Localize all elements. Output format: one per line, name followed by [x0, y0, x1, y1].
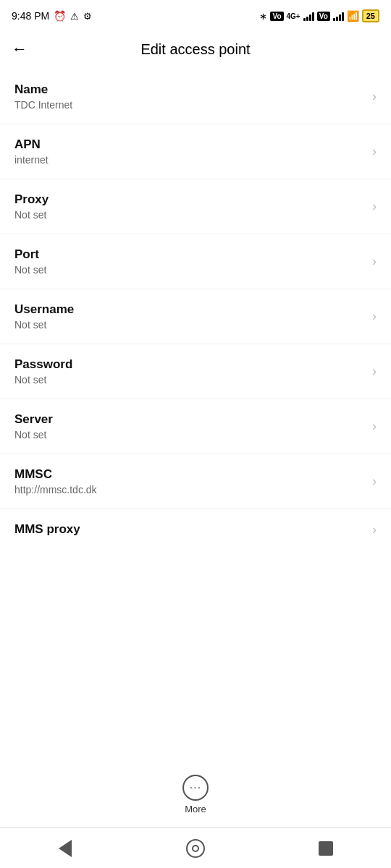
password-label: Password — [14, 357, 72, 372]
warning-icon: ⚠ — [70, 11, 79, 22]
server-value: Not set — [14, 429, 53, 441]
more-label: More — [185, 804, 206, 814]
settings-list: Name TDC Internet › APN internet › Proxy… — [0, 69, 391, 767]
apn-field-text: APN internet — [14, 137, 49, 166]
mmsc-label: MMSC — [14, 467, 97, 482]
signal-bars-2 — [333, 11, 344, 21]
nav-back-icon — [59, 840, 72, 857]
settings-item-username[interactable]: Username Not set › — [0, 289, 391, 344]
chevron-icon-username: › — [372, 309, 377, 324]
server-field-text: Server Not set — [14, 412, 53, 441]
apn-label: APN — [14, 137, 49, 152]
chevron-icon-mms-proxy: › — [372, 522, 377, 537]
signal-bars-1 — [303, 11, 314, 21]
alarm-icon: ⏰ — [54, 10, 66, 22]
top-bar: ← Edit access point — [0, 29, 391, 69]
back-button[interactable]: ← — [12, 40, 28, 59]
settings-item-password[interactable]: Password Not set › — [0, 344, 391, 399]
4g-lte-badge: 4G+ — [287, 12, 300, 20]
password-value: Not set — [14, 374, 72, 386]
settings-item-mms-proxy-partial[interactable]: MMS proxy › — [0, 509, 391, 542]
mms-proxy-field-text: MMS proxy — [14, 522, 80, 537]
vo-lte-badge: Vo — [270, 12, 283, 21]
port-field-text: Port Not set — [14, 247, 46, 276]
settings-icon: ⚙ — [83, 11, 92, 22]
apn-value: internet — [14, 154, 49, 166]
nav-back-button[interactable] — [43, 834, 87, 863]
nav-home-icon — [186, 839, 205, 858]
chevron-icon-mmsc: › — [372, 474, 377, 489]
time-display: 9:48 PM — [12, 10, 49, 22]
more-dots-icon: ··· — [182, 775, 209, 801]
nav-home-button[interactable] — [174, 834, 217, 863]
status-bar: 9:48 PM ⏰ ⚠ ⚙ ∗ Vo 4G+ Vo 📶 25 — [0, 0, 391, 29]
settings-item-apn[interactable]: APN internet › — [0, 124, 391, 179]
nav-recents-button[interactable] — [304, 834, 348, 863]
mmsc-value: http://mmsc.tdc.dk — [14, 484, 97, 495]
proxy-label: Proxy — [14, 192, 49, 207]
password-field-text: Password Not set — [14, 357, 72, 386]
username-value: Not set — [14, 319, 74, 331]
chevron-icon-apn: › — [372, 144, 377, 159]
name-field-text: Name TDC Internet — [14, 82, 72, 111]
proxy-value: Not set — [14, 209, 49, 221]
settings-item-name[interactable]: Name TDC Internet › — [0, 69, 391, 124]
proxy-field-text: Proxy Not set — [14, 192, 49, 221]
mms-proxy-label: MMS proxy — [14, 522, 80, 537]
name-label: Name — [14, 82, 72, 97]
chevron-icon-proxy: › — [372, 199, 377, 214]
server-label: Server — [14, 412, 53, 427]
bottom-area: ··· More — [0, 767, 391, 827]
status-right: ∗ Vo 4G+ Vo 📶 25 — [259, 9, 379, 22]
chevron-icon-password: › — [372, 364, 377, 379]
page-title: Edit access point — [39, 41, 352, 58]
mmsc-field-text: MMSC http://mmsc.tdc.dk — [14, 467, 97, 495]
name-value: TDC Internet — [14, 99, 72, 111]
port-value: Not set — [14, 264, 46, 276]
nav-home-inner-circle — [192, 845, 199, 852]
nav-recents-icon — [319, 841, 333, 856]
more-button[interactable]: ··· More — [168, 767, 223, 822]
wifi-icon: 📶 — [347, 10, 359, 22]
settings-item-mmsc[interactable]: MMSC http://mmsc.tdc.dk › — [0, 454, 391, 509]
port-label: Port — [14, 247, 46, 262]
status-left: 9:48 PM ⏰ ⚠ ⚙ — [12, 10, 92, 22]
username-label: Username — [14, 302, 74, 317]
settings-item-server[interactable]: Server Not set › — [0, 399, 391, 454]
navigation-bar — [0, 827, 391, 868]
settings-item-proxy[interactable]: Proxy Not set › — [0, 179, 391, 234]
battery-indicator: 25 — [362, 9, 379, 22]
bluetooth-icon: ∗ — [259, 11, 267, 22]
lte-badge: Vo — [317, 12, 330, 21]
settings-item-port[interactable]: Port Not set › — [0, 234, 391, 289]
chevron-icon-port: › — [372, 254, 377, 269]
chevron-icon-name: › — [372, 89, 377, 104]
username-field-text: Username Not set — [14, 302, 74, 331]
chevron-icon-server: › — [372, 419, 377, 434]
